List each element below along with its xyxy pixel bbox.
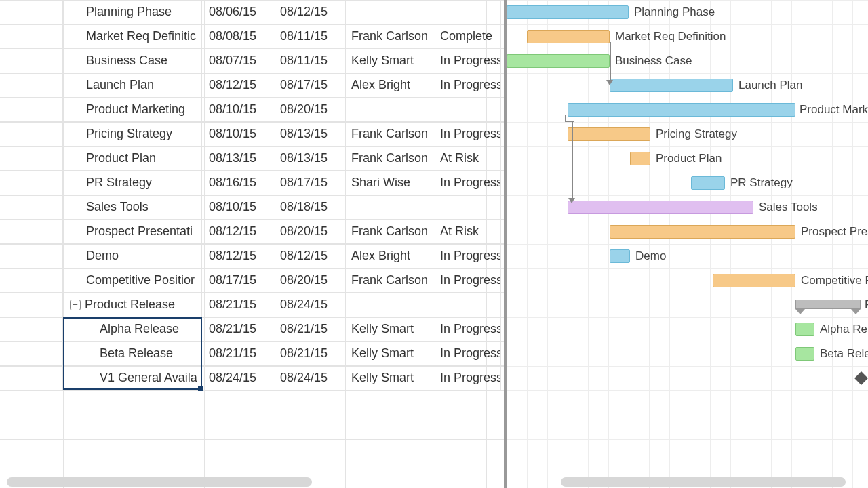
- end-cell[interactable]: 08/17/15: [273, 73, 344, 97]
- status-cell[interactable]: At Risk: [433, 146, 501, 170]
- start-cell[interactable]: 08/12/15: [202, 244, 273, 268]
- task-name-cell[interactable]: Planning Phase: [63, 0, 202, 24]
- task-name-cell[interactable]: Pricing Strategy: [63, 122, 202, 146]
- start-cell[interactable]: 08/12/15: [202, 73, 273, 97]
- gantt-bar[interactable]: [610, 225, 795, 239]
- table-row[interactable]: Demo08/12/1508/12/15Alex BrightIn Progre…: [0, 244, 504, 268]
- owner-cell[interactable]: Kelly Smart: [344, 342, 433, 365]
- gantt-bar[interactable]: [527, 30, 610, 43]
- gantt-bar[interactable]: [568, 103, 795, 117]
- task-name-cell[interactable]: Product Plan: [63, 146, 202, 170]
- status-cell[interactable]: In Progress: [433, 317, 501, 341]
- owner-cell[interactable]: Frank Carlson: [344, 122, 433, 146]
- row-handle[interactable]: [0, 122, 63, 146]
- table-row[interactable]: Sales Tools08/10/1508/18/15: [0, 195, 504, 220]
- task-name-cell[interactable]: −Product Release: [63, 293, 202, 317]
- row-handle[interactable]: [0, 98, 63, 121]
- owner-cell[interactable]: [344, 0, 433, 24]
- task-name-cell[interactable]: Competitive Positior: [63, 268, 202, 292]
- table-row[interactable]: Alpha Release08/21/1508/21/15Kelly Smart…: [0, 317, 504, 342]
- row-handle[interactable]: [0, 244, 63, 268]
- gantt-bar[interactable]: [568, 201, 753, 214]
- table-row[interactable]: V1 General Availa08/24/1508/24/15Kelly S…: [0, 366, 504, 390]
- start-cell[interactable]: 08/08/15: [202, 24, 273, 48]
- gantt-bar[interactable]: [610, 79, 733, 92]
- task-name-cell[interactable]: V1 General Availa: [63, 366, 202, 390]
- start-cell[interactable]: 08/21/15: [202, 317, 273, 341]
- row-handle[interactable]: [0, 171, 63, 195]
- task-name-cell[interactable]: Prospect Presentati: [63, 220, 202, 243]
- row-handle[interactable]: [0, 220, 63, 243]
- status-cell[interactable]: [433, 0, 501, 24]
- table-row[interactable]: Market Req Definitic08/08/1508/11/15Fran…: [0, 24, 504, 49]
- start-cell[interactable]: 08/10/15: [202, 98, 273, 121]
- owner-cell[interactable]: Kelly Smart: [344, 366, 433, 390]
- table-row[interactable]: Pricing Strategy08/10/1508/13/15Frank Ca…: [0, 122, 504, 146]
- row-handle[interactable]: [0, 146, 63, 170]
- start-cell[interactable]: 08/10/15: [202, 122, 273, 146]
- gantt-bar[interactable]: [630, 152, 650, 165]
- end-cell[interactable]: 08/13/15: [273, 122, 344, 146]
- gantt-bar[interactable]: [568, 127, 650, 141]
- end-cell[interactable]: 08/21/15: [273, 317, 344, 341]
- task-grid-pane[interactable]: Planning Phase08/06/1508/12/15Market Req…: [0, 0, 507, 488]
- table-row[interactable]: Beta Release08/21/1508/21/15Kelly SmartI…: [0, 342, 504, 366]
- status-cell[interactable]: Complete: [433, 24, 501, 48]
- status-cell[interactable]: In Progress: [433, 342, 501, 365]
- status-cell[interactable]: At Risk: [433, 220, 501, 243]
- start-cell[interactable]: 08/12/15: [202, 220, 273, 243]
- status-cell[interactable]: [433, 98, 501, 121]
- row-handle[interactable]: [0, 366, 63, 390]
- gantt-bar[interactable]: [610, 249, 630, 263]
- row-handle[interactable]: [0, 0, 63, 24]
- start-cell[interactable]: 08/16/15: [202, 171, 273, 195]
- start-cell[interactable]: 08/21/15: [202, 293, 273, 317]
- end-cell[interactable]: 08/18/15: [273, 195, 344, 219]
- status-cell[interactable]: In Progress: [433, 49, 501, 73]
- task-name-cell[interactable]: Alpha Release: [63, 317, 202, 341]
- table-row[interactable]: Business Case08/07/1508/11/15Kelly Smart…: [0, 49, 504, 73]
- owner-cell[interactable]: Frank Carlson: [344, 220, 433, 243]
- owner-cell[interactable]: Frank Carlson: [344, 24, 433, 48]
- start-cell[interactable]: 08/07/15: [202, 49, 273, 73]
- start-cell[interactable]: 08/21/15: [202, 342, 273, 365]
- owner-cell[interactable]: [344, 98, 433, 121]
- row-handle[interactable]: [0, 293, 63, 317]
- task-name-cell[interactable]: Market Req Definitic: [63, 24, 202, 48]
- row-handle[interactable]: [0, 49, 63, 73]
- table-row[interactable]: Launch Plan08/12/1508/17/15Alex BrightIn…: [0, 73, 504, 98]
- status-cell[interactable]: In Progress: [433, 73, 501, 97]
- gantt-bar[interactable]: [691, 176, 725, 190]
- gantt-milestone[interactable]: [854, 371, 868, 385]
- end-cell[interactable]: 08/12/15: [273, 244, 344, 268]
- gantt-bar[interactable]: [795, 323, 814, 336]
- end-cell[interactable]: 08/24/15: [273, 293, 344, 317]
- table-row[interactable]: PR Strategy08/16/1508/17/15Shari WiseIn …: [0, 171, 504, 195]
- status-cell[interactable]: In Progress: [433, 244, 501, 268]
- row-handle[interactable]: [0, 317, 63, 341]
- table-row[interactable]: Competitive Positior08/17/1508/20/15Fran…: [0, 268, 504, 293]
- end-cell[interactable]: 08/24/15: [273, 366, 344, 390]
- gantt-bar[interactable]: [507, 54, 610, 68]
- owner-cell[interactable]: Frank Carlson: [344, 146, 433, 170]
- task-name-cell[interactable]: Product Marketing: [63, 98, 202, 121]
- table-row[interactable]: Product Plan08/13/1508/13/15Frank Carlso…: [0, 146, 504, 171]
- end-cell[interactable]: 08/12/15: [273, 0, 344, 24]
- status-cell[interactable]: In Progress: [433, 366, 501, 390]
- owner-cell[interactable]: [344, 195, 433, 219]
- start-cell[interactable]: 08/10/15: [202, 195, 273, 219]
- gantt-bar[interactable]: [795, 347, 814, 361]
- right-horizontal-scrollbar[interactable]: [561, 477, 846, 487]
- row-handle[interactable]: [0, 195, 63, 219]
- row-handle[interactable]: [0, 342, 63, 365]
- status-cell[interactable]: In Progress: [433, 268, 501, 292]
- task-name-cell[interactable]: Launch Plan: [63, 73, 202, 97]
- owner-cell[interactable]: Alex Bright: [344, 244, 433, 268]
- status-cell[interactable]: [433, 195, 501, 219]
- status-cell[interactable]: [433, 293, 501, 317]
- owner-cell[interactable]: Kelly Smart: [344, 317, 433, 341]
- owner-cell[interactable]: Shari Wise: [344, 171, 433, 195]
- table-row[interactable]: Product Marketing08/10/1508/20/15: [0, 98, 504, 122]
- left-horizontal-scrollbar[interactable]: [7, 477, 312, 487]
- gantt-bar[interactable]: [507, 5, 629, 19]
